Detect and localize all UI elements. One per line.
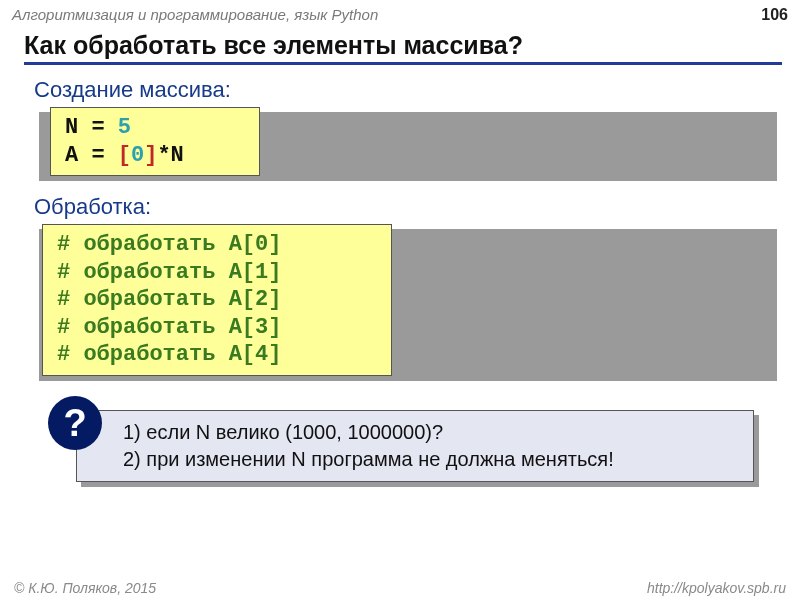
slide-content: Создание массива: N = 5 A = [0]*N Обрабо… <box>0 65 800 482</box>
source-url: http://kpolyakov.spb.ru <box>647 580 786 596</box>
code-block-process: # обработать A[0] # обработать A[1] # об… <box>34 224 772 376</box>
slide-footer: © К.Ю. Поляков, 2015 http://kpolyakov.sp… <box>0 580 800 596</box>
slide-header: Алгоритмизация и программирование, язык … <box>0 0 800 27</box>
question-box: 1) если N велико (1000, 1000000)? 2) при… <box>76 410 754 482</box>
code-line: # обработать A[2] <box>57 286 377 314</box>
page-number: 106 <box>761 6 788 24</box>
code-box: # обработать A[0] # обработать A[1] # об… <box>42 224 392 376</box>
slide-title: Как обработать все элементы массива? <box>24 31 782 65</box>
code-line: # обработать A[0] <box>57 231 377 259</box>
section-create-label: Создание массива: <box>34 77 772 103</box>
copyright: © К.Ю. Поляков, 2015 <box>14 580 156 596</box>
code-block-create: N = 5 A = [0]*N <box>34 107 772 176</box>
code-box: N = 5 A = [0]*N <box>50 107 260 176</box>
code-line: A = [0]*N <box>65 142 245 170</box>
section-process-label: Обработка: <box>34 194 772 220</box>
question-line: 1) если N велико (1000, 1000000)? <box>123 419 739 446</box>
question-block: 1) если N велико (1000, 1000000)? 2) при… <box>76 410 754 482</box>
course-label: Алгоритмизация и программирование, язык … <box>12 6 378 23</box>
code-line: # обработать A[4] <box>57 341 377 369</box>
code-line: # обработать A[1] <box>57 259 377 287</box>
code-line: # обработать A[3] <box>57 314 377 342</box>
question-line: 2) при изменении N программа не должна м… <box>123 446 739 473</box>
code-line: N = 5 <box>65 114 245 142</box>
question-mark-icon: ? <box>48 396 102 450</box>
